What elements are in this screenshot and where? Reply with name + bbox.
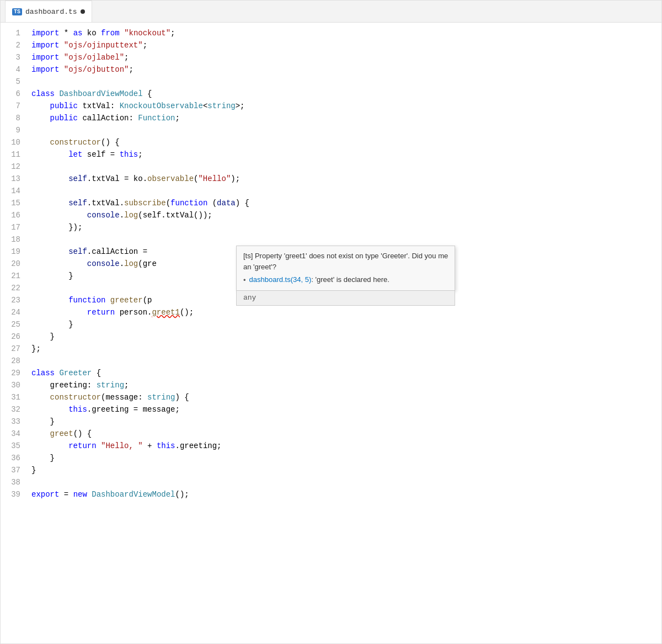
code-line-3: import "ojs/ojlabel"; bbox=[29, 51, 661, 63]
tooltip-error-line1: [ts] Property 'greet1' does not exist on… bbox=[243, 251, 448, 262]
code-line-8: public callAction: Function; bbox=[29, 112, 661, 124]
ln-18: 18 bbox=[1, 233, 20, 246]
ln-20: 20 bbox=[1, 258, 20, 270]
ln-11: 11 bbox=[1, 148, 20, 161]
tooltip-error-text2: an 'greet'? bbox=[243, 263, 276, 271]
ln-38: 38 bbox=[1, 476, 20, 488]
ln-17: 17 bbox=[1, 221, 20, 233]
bullet-dot: • bbox=[243, 275, 246, 286]
tooltip-error-text: [ts] Property 'greet1' does not exist on… bbox=[243, 252, 448, 260]
code-line-17: }); bbox=[29, 221, 661, 233]
ln-32: 32 bbox=[1, 403, 20, 416]
code-line-16: console.log(self.txtVal()); bbox=[29, 209, 661, 221]
ln-2: 2 bbox=[1, 39, 20, 51]
ln-28: 28 bbox=[1, 355, 20, 367]
code-content[interactable]: import * as ko from "knockout"; import "… bbox=[29, 23, 661, 505]
code-line-9 bbox=[29, 124, 661, 136]
code-line-7: public txtVal: KnockoutObservable<string… bbox=[29, 100, 661, 112]
ln-26: 26 bbox=[1, 331, 20, 343]
ln-23: 23 bbox=[1, 294, 20, 306]
ln-19: 19 bbox=[1, 246, 20, 258]
ln-33: 33 bbox=[1, 416, 20, 428]
ln-13: 13 bbox=[1, 173, 20, 185]
tab-filename: dashboard.ts bbox=[25, 8, 77, 16]
editor-container: TS dashboard.ts 1 2 3 4 5 6 7 8 9 10 11 … bbox=[0, 0, 662, 644]
ln-35: 35 bbox=[1, 440, 20, 452]
tooltip-bullet-item: • dashboard.ts(34, 5): 'greet' is declar… bbox=[243, 274, 448, 286]
ln-39: 39 bbox=[1, 488, 20, 501]
code-line-38 bbox=[29, 476, 661, 488]
ln-8: 8 bbox=[1, 112, 20, 124]
code-line-2: import "ojs/ojinputtext"; bbox=[29, 39, 661, 51]
ln-1: 1 bbox=[1, 27, 20, 39]
tooltip-link[interactable]: dashboard.ts(34, 5) bbox=[249, 275, 312, 284]
ln-6: 6 bbox=[1, 88, 20, 100]
ln-34: 34 bbox=[1, 428, 20, 440]
code-line-26: } bbox=[29, 331, 661, 343]
ln-14: 14 bbox=[1, 185, 20, 197]
ln-4: 4 bbox=[1, 63, 20, 76]
ln-16: 16 bbox=[1, 209, 20, 221]
code-line-24: 💡 return person.greet1(); bbox=[29, 306, 661, 318]
tooltip-any-type: any bbox=[236, 291, 455, 306]
code-area: 1 2 3 4 5 6 7 8 9 10 11 12 13 14 15 16 1… bbox=[1, 23, 661, 505]
code-line-15: self.txtVal.subscribe(function (data) { bbox=[29, 197, 661, 209]
ln-24: 24 bbox=[1, 306, 20, 318]
code-line-37: } bbox=[29, 464, 661, 476]
code-line-39: export = new DashboardViewModel(); bbox=[29, 488, 661, 501]
code-line-6: class DashboardViewModel { bbox=[29, 88, 661, 100]
tab-bar: TS dashboard.ts bbox=[1, 1, 661, 23]
code-line-31: constructor(message: string) { bbox=[29, 391, 661, 403]
code-line-27: }; bbox=[29, 343, 661, 355]
code-line-12 bbox=[29, 161, 661, 173]
ln-36: 36 bbox=[1, 452, 20, 464]
code-line-18 bbox=[29, 233, 661, 246]
code-line-4: import "ojs/ojbutton"; bbox=[29, 63, 661, 76]
ln-12: 12 bbox=[1, 161, 20, 173]
ln-29: 29 bbox=[1, 367, 20, 379]
code-line-28 bbox=[29, 355, 661, 367]
ts-badge: TS bbox=[12, 8, 22, 15]
ln-7: 7 bbox=[1, 100, 20, 112]
tooltip-link-detail: : 'greet' is declared here. bbox=[311, 275, 389, 284]
code-line-34: greet() { bbox=[29, 428, 661, 440]
ln-15: 15 bbox=[1, 197, 20, 209]
code-line-33: } bbox=[29, 416, 661, 428]
ln-10: 10 bbox=[1, 136, 20, 148]
ln-3: 3 bbox=[1, 51, 20, 63]
code-line-32: this.greeting = message; bbox=[29, 403, 661, 416]
ln-9: 9 bbox=[1, 124, 20, 136]
ln-5: 5 bbox=[1, 76, 20, 88]
ln-30: 30 bbox=[1, 379, 20, 391]
code-line-10: constructor() { bbox=[29, 136, 661, 148]
line-numbers: 1 2 3 4 5 6 7 8 9 10 11 12 13 14 15 16 1… bbox=[1, 23, 29, 505]
tooltip-error-line2: an 'greet'? bbox=[243, 262, 448, 273]
code-line-35: return "Hello, " + this.greeting; bbox=[29, 440, 661, 452]
code-line-1: import * as ko from "knockout"; bbox=[29, 27, 661, 39]
code-line-11: let self = this; bbox=[29, 148, 661, 161]
code-line-29: class Greeter { bbox=[29, 367, 661, 379]
code-line-36: } bbox=[29, 452, 661, 464]
code-line-5 bbox=[29, 76, 661, 88]
ln-22: 22 bbox=[1, 282, 20, 294]
editor-tab[interactable]: TS dashboard.ts bbox=[5, 1, 92, 22]
modified-dot bbox=[81, 9, 85, 14]
code-line-30: greeting: string; bbox=[29, 379, 661, 391]
ln-21: 21 bbox=[1, 270, 20, 282]
code-line-25: } bbox=[29, 318, 661, 331]
ln-25: 25 bbox=[1, 318, 20, 331]
ln-37: 37 bbox=[1, 464, 20, 476]
ln-31: 31 bbox=[1, 391, 20, 403]
code-line-13: self.txtVal = ko.observable("Hello"); bbox=[29, 173, 661, 185]
ln-27: 27 bbox=[1, 343, 20, 355]
code-line-14 bbox=[29, 185, 661, 197]
tooltip-box: [ts] Property 'greet1' does not exist on… bbox=[236, 246, 455, 291]
tooltip-wrapper: [ts] Property 'greet1' does not exist on… bbox=[236, 246, 455, 306]
